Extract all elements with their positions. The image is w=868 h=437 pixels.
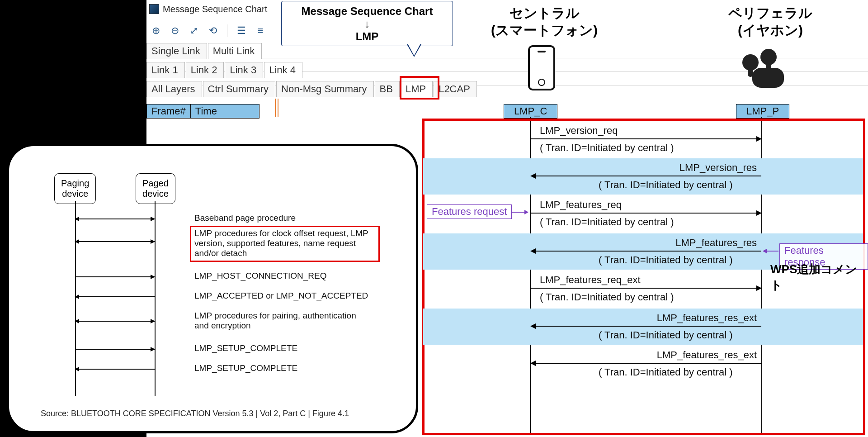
col-time: Time <box>191 104 259 118</box>
spec-row-3: LMP_ACCEPTED or LMP_NOT_ACCEPTED <box>194 291 368 301</box>
tab-single-link[interactable]: Single Link <box>146 43 207 59</box>
app-icon <box>149 4 159 14</box>
frame-header: Frame# Time <box>146 104 259 119</box>
msg-3: LMP_features_res <box>635 237 757 249</box>
spec-panel: Paging device Paged device Baseband page… <box>7 144 418 433</box>
msg-4: LMP_features_req_ext <box>540 274 641 286</box>
zoom-fit-icon[interactable]: ⤢ <box>187 24 201 38</box>
tab-bb[interactable]: BB <box>375 81 400 97</box>
marker-2 <box>278 99 278 117</box>
callout-bubble: Message Sequence Chart ↓ LMP <box>281 1 453 46</box>
spec-row-5: LMP_SETUP_COMPLETE <box>194 343 297 353</box>
list-icon[interactable]: ≡ <box>254 24 267 38</box>
msg-6: LMP_features_res_ext <box>626 349 757 361</box>
earbud-case-icon <box>752 68 784 88</box>
msg-0-sub: ( Tran. ID=Initiated by central ) <box>540 142 674 154</box>
spec-arrow-1 <box>75 241 155 242</box>
msg-5: LMP_features_res_ext <box>626 312 757 324</box>
tab-all-layers[interactable]: All Layers <box>146 81 202 97</box>
callout-line2: ↓ <box>290 18 444 30</box>
spec-arrow-4 <box>75 321 155 322</box>
msg-3-sub: ( Tran. ID=Initiated by central ) <box>599 254 733 266</box>
msg-0: LMP_version_req <box>540 125 618 137</box>
paged-device-box: Paged device <box>136 173 175 204</box>
zoom-reset-icon[interactable]: ⟲ <box>206 24 220 38</box>
arrow-0 <box>531 138 761 139</box>
anno-features-req: Features request <box>427 204 512 219</box>
arrow-6 <box>531 363 761 364</box>
zoom-in-icon[interactable]: ⊕ <box>149 24 163 38</box>
tabrow-link-mode: Single Link Multi Link <box>146 42 263 59</box>
toolbar: ⊕ ⊖ ⤢ ⟲ ☰ ≡ <box>146 22 267 40</box>
zoom-out-icon[interactable]: ⊖ <box>168 24 182 38</box>
arrow-1 <box>531 176 761 176</box>
anno-features-req-arrow <box>511 212 528 213</box>
tab-lmp[interactable]: LMP <box>401 81 433 97</box>
tab-link3[interactable]: Link 3 <box>225 62 263 78</box>
arrow-2 <box>531 213 761 214</box>
callout-line3: LMP <box>290 30 444 43</box>
anno-features-res-arrow <box>763 251 778 252</box>
spec-arrow-0 <box>75 218 155 219</box>
spec-row-4: LMP procedures for pairing, authenticati… <box>194 311 366 331</box>
spec-arrow-6 <box>75 369 155 370</box>
central-label: セントラル (スマートフォン) <box>472 5 617 38</box>
window-title: Message Sequence Chart <box>163 4 267 14</box>
tabrow-layers: All Layers Ctrl Summary Non-Msg Summary … <box>146 80 478 97</box>
spec-arrow-3 <box>75 296 155 297</box>
titlebar: Message Sequence Chart <box>146 2 267 16</box>
peripheral-label: ペリフェラル (イヤホン) <box>703 5 838 38</box>
earbud-left-icon <box>742 54 759 71</box>
tab-link4[interactable]: Link 4 <box>264 62 302 78</box>
msg-5-sub: ( Tran. ID=Initiated by central ) <box>599 329 733 341</box>
tab-non-msg-summary[interactable]: Non-Msg Summary <box>276 81 373 97</box>
msg-2-sub: ( Tran. ID=Initiated by central ) <box>540 216 674 228</box>
spec-life-paged <box>155 201 156 396</box>
col-frame: Frame# <box>147 104 191 118</box>
tab-multi-link[interactable]: Multi Link <box>208 43 262 59</box>
paging-device-box: Paging device <box>54 173 96 204</box>
smartphone-icon <box>528 45 555 90</box>
msg-1-sub: ( Tran. ID=Initiated by central ) <box>599 179 733 191</box>
spec-row-1-highlight <box>190 226 380 262</box>
spec-arrow-5 <box>75 349 155 350</box>
arrow-5 <box>531 326 761 327</box>
col-lmp-p: LMP_P <box>736 104 789 119</box>
tab-l2cap[interactable]: L2CAP <box>434 81 477 97</box>
wps-comment: WPS追加コメント <box>770 261 868 293</box>
arrow-4 <box>531 288 761 289</box>
toolbar-separator <box>227 24 227 37</box>
spec-source: Source: BLUETOOTH CORE SPECIFICATION Ver… <box>41 409 349 418</box>
earbud-right-icon <box>760 49 777 65</box>
tab-ctrl-summary[interactable]: Ctrl Summary <box>203 81 275 97</box>
indent-icon[interactable]: ☰ <box>235 24 248 38</box>
marker-1 <box>275 99 276 117</box>
spec-row-0: Baseband page procedure <box>194 213 296 223</box>
msg-6-sub: ( Tran. ID=Initiated by central ) <box>599 366 733 378</box>
tabrow-links: Link 1 Link 2 Link 3 Link 4 <box>146 61 303 78</box>
tab-link2[interactable]: Link 2 <box>186 62 224 78</box>
spec-row-2: LMP_HOST_CONNECTION_REQ <box>194 271 326 281</box>
arrow-3 <box>531 251 761 252</box>
msg-2: LMP_features_req <box>540 199 622 211</box>
callout-line1: Message Sequence Chart <box>290 5 444 18</box>
tab-link1[interactable]: Link 1 <box>146 62 185 78</box>
spec-row-6: LMP_SETUP_COMPLETE <box>194 363 297 373</box>
msg-1: LMP_version_res <box>635 162 757 174</box>
spec-arrow-2 <box>75 276 155 277</box>
callout-tail <box>407 44 421 57</box>
msg-4-sub: ( Tran. ID=Initiated by central ) <box>540 291 674 303</box>
